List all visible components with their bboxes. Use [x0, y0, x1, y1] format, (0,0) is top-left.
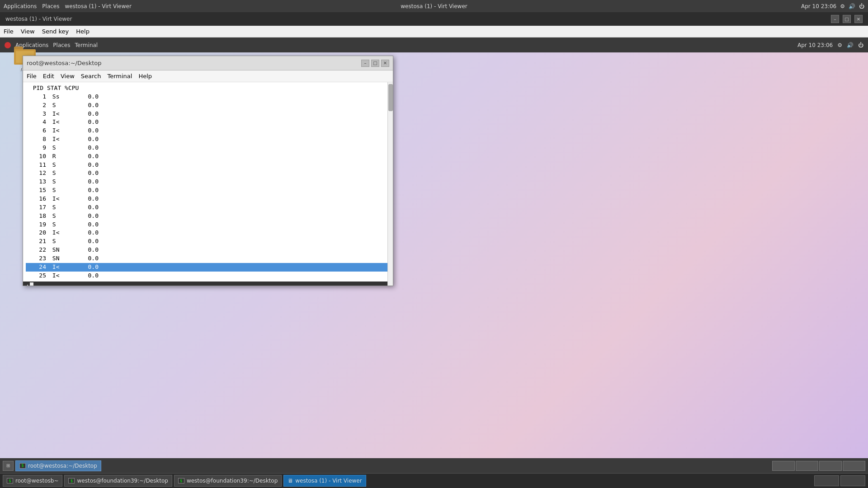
host-menu-file[interactable]: File [4, 28, 14, 35]
prompt-cursor [30, 282, 33, 286]
vm-taskbar-box-2[interactable] [796, 461, 818, 471]
host-taskbar-item-3[interactable]: $ westos@foundation39:~/Desktop [174, 475, 282, 487]
table-row: 17 S 0.0 [26, 203, 390, 212]
pid-cell: 25 [26, 272, 46, 280]
stat-cell: S [49, 186, 71, 195]
stat-cell: S [49, 178, 71, 186]
table-row: 8 I< 0.0 [26, 135, 390, 144]
pid-cell: 10 [26, 152, 46, 161]
terminal-prompt[interactable]: : [23, 282, 393, 286]
table-row: 12 S 0.0 [26, 169, 390, 178]
close-button[interactable]: ✕ [854, 15, 863, 23]
terminal-maximize-btn[interactable]: □ [371, 60, 379, 67]
cpu-cell: 0.0 [71, 212, 99, 221]
table-row: 25 I< 0.0 [26, 272, 390, 280]
vm-taskbar-terminal-item[interactable]: $ root@westosa:~/Desktop [15, 460, 101, 471]
terminal-window: root@westosa:~/Desktop – □ ✕ File Edit V… [23, 56, 393, 286]
vm-taskbar-terminal-label: root@westosa:~/Desktop [28, 463, 97, 469]
stat-cell: S [49, 101, 71, 110]
terminal-minimize-btn[interactable]: – [361, 60, 369, 67]
terminal-scrollbar[interactable] [387, 82, 393, 286]
terminal-menu-view[interactable]: View [61, 73, 75, 80]
table-row: 16 I< 0.0 [26, 195, 390, 203]
cpu-cell: 0.0 [71, 237, 99, 246]
cpu-cell: 0.0 [71, 178, 99, 186]
cpu-cell: 0.0 [71, 221, 99, 229]
header-text: PID STAT %CPU [26, 84, 79, 93]
table-row: 9 S 0.0 [26, 144, 390, 152]
vm-taskbar-box-1[interactable] [772, 461, 795, 471]
cpu-cell: 0.0 [71, 246, 99, 254]
host-taskbar-item-2[interactable]: $ westos@foundation39:~/Desktop [64, 475, 172, 487]
table-row: 4 I< 0.0 [26, 118, 390, 127]
pid-cell: 6 [26, 127, 46, 135]
host-taskbar-icon-1: $ [7, 478, 13, 483]
terminal-menu-help[interactable]: Help [138, 73, 152, 80]
prompt-char: : [26, 282, 29, 286]
host-menubar: File View Send key Help [0, 26, 868, 38]
host-window-title-bar: westosa (1) - Virt Viewer [65, 3, 131, 9]
table-row: 24 I< 0.0 [26, 263, 390, 272]
pid-cell: 17 [26, 203, 46, 212]
host-taskbar-box-1[interactable] [814, 475, 839, 486]
terminal-menu-terminal[interactable]: Terminal [107, 73, 132, 80]
pid-cell: 16 [26, 195, 46, 203]
terminal-close-btn[interactable]: ✕ [381, 60, 389, 67]
host-volume-icon[interactable]: 🔊 [849, 3, 855, 9]
table-row: 3 I< 0.0 [26, 110, 390, 118]
vm-taskbar-box-4[interactable] [843, 461, 865, 471]
terminal-menu-search[interactable]: Search [81, 73, 101, 80]
host-window-chrome: westosa (1) - Virt Viewer – □ ✕ [0, 12, 868, 26]
pid-cell: 13 [26, 178, 46, 186]
host-menu-help[interactable]: Help [76, 28, 90, 35]
stat-cell: I< [49, 195, 71, 203]
table-row: 20 I< 0.0 [26, 229, 390, 237]
pid-cell: 22 [26, 246, 46, 254]
pid-cell: 15 [26, 186, 46, 195]
pid-cell: 3 [26, 110, 46, 118]
vm-desktop: ro... root@westosa:~/Desktop – □ ✕ File … [0, 38, 868, 473]
host-taskbar-box-2[interactable] [840, 475, 865, 486]
host-topbar-left: Applications Places westosa (1) - Virt V… [4, 3, 132, 9]
table-row: 13 S 0.0 [26, 178, 390, 186]
host-menu-sendkey[interactable]: Send key [42, 28, 69, 35]
host-taskbar-item-4[interactable]: 🖥 westosa (1) - Virt Viewer [283, 475, 366, 487]
stat-cell: R [49, 152, 71, 161]
host-taskbar-label-4: westosa (1) - Virt Viewer [295, 478, 362, 484]
host-places-label[interactable]: Places [42, 3, 59, 9]
host-menu-view[interactable]: View [21, 28, 35, 35]
minimize-button[interactable]: – [831, 15, 839, 23]
pid-cell: 19 [26, 221, 46, 229]
table-row: 1 Ss 0.0 [26, 93, 390, 101]
table-row: 6 I< 0.0 [26, 127, 390, 135]
show-desktop-button[interactable]: ⊞ [3, 461, 14, 471]
pid-cell: 4 [26, 118, 46, 127]
cpu-cell: 0.0 [71, 110, 99, 118]
host-apps-label[interactable]: Applications [4, 3, 37, 9]
host-settings-icon[interactable]: ⚙ [840, 3, 845, 9]
host-window-chrome-title: westosa (1) - Virt Viewer [5, 16, 72, 22]
pid-cell: 23 [26, 254, 46, 263]
vm-taskbar-box-3[interactable] [819, 461, 842, 471]
stat-cell: I< [49, 263, 71, 272]
pid-cell: 12 [26, 169, 46, 178]
host-power-icon[interactable]: ⏻ [859, 3, 864, 9]
table-row: 18 S 0.0 [26, 212, 390, 221]
scrollbar-thumb[interactable] [388, 84, 393, 111]
stat-cell: S [49, 203, 71, 212]
pid-cell: 21 [26, 237, 46, 246]
terminal-menu-edit[interactable]: Edit [43, 73, 54, 80]
terminal-menu-file[interactable]: File [27, 73, 37, 80]
vm-taskbar: ⊞ $ root@westosa:~/Desktop [0, 458, 868, 473]
host-topbar-title: westosa (1) - Virt Viewer [401, 3, 467, 9]
maximize-button[interactable]: □ [843, 15, 851, 23]
host-topbar-right: Apr 10 23:06 ⚙ 🔊 ⏻ [801, 3, 864, 9]
cpu-cell: 0.0 [71, 144, 99, 152]
stat-cell: S [49, 237, 71, 246]
host-taskbar-item-1[interactable]: $ root@westosb~ [3, 475, 62, 487]
table-row: 19 S 0.0 [26, 221, 390, 229]
vm-taskbar-boxes [772, 461, 865, 471]
stat-cell: I< [49, 272, 71, 280]
cpu-cell: 0.0 [71, 195, 99, 203]
stat-cell: S [49, 161, 71, 169]
